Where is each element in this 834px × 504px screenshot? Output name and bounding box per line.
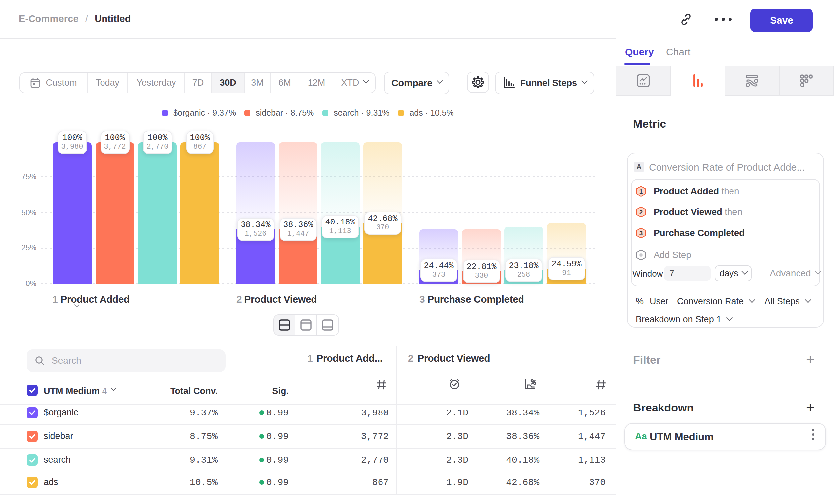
svg-text:3: 3 bbox=[639, 230, 642, 237]
svg-text:2: 2 bbox=[639, 209, 642, 215]
svg-text:1: 1 bbox=[639, 188, 643, 195]
